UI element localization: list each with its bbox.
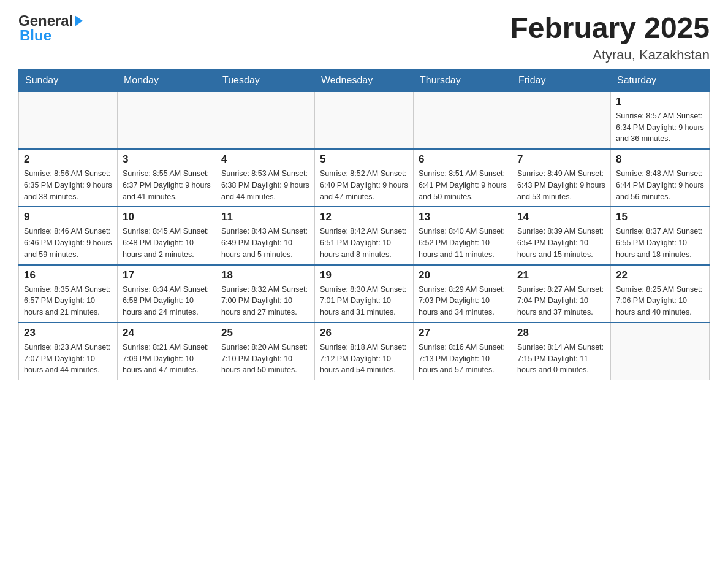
weekday-header-friday: Friday — [512, 69, 611, 91]
calendar-day: 10Sunrise: 8:45 AM Sunset: 6:48 PM Dayli… — [118, 207, 216, 264]
calendar-day: 9Sunrise: 8:46 AM Sunset: 6:46 PM Daylig… — [19, 207, 118, 264]
day-number: 2 — [24, 153, 112, 166]
day-info: Sunrise: 8:56 AM Sunset: 6:35 PM Dayligh… — [24, 168, 112, 202]
weekday-header-sunday: Sunday — [19, 69, 118, 91]
calendar-day: 20Sunrise: 8:29 AM Sunset: 7:03 PM Dayli… — [414, 265, 512, 323]
weekday-header-thursday: Thursday — [414, 69, 512, 91]
day-number: 15 — [616, 211, 704, 223]
day-number: 18 — [221, 269, 309, 282]
day-number: 12 — [320, 211, 408, 223]
day-number: 26 — [320, 327, 408, 339]
day-info: Sunrise: 8:40 AM Sunset: 6:52 PM Dayligh… — [419, 226, 507, 260]
calendar-day: 21Sunrise: 8:27 AM Sunset: 7:04 PM Dayli… — [512, 265, 611, 323]
calendar-day: 25Sunrise: 8:20 AM Sunset: 7:10 PM Dayli… — [216, 323, 315, 380]
day-number: 25 — [221, 327, 309, 339]
weekday-header-tuesday: Tuesday — [216, 69, 315, 91]
location-text: Atyrau, Kazakhstan — [510, 47, 710, 63]
day-number: 20 — [419, 269, 507, 282]
day-info: Sunrise: 8:57 AM Sunset: 6:34 PM Dayligh… — [616, 110, 704, 145]
calendar-day: 4Sunrise: 8:53 AM Sunset: 6:38 PM Daylig… — [216, 149, 315, 207]
day-number: 6 — [419, 153, 507, 166]
day-info: Sunrise: 8:43 AM Sunset: 6:49 PM Dayligh… — [221, 226, 309, 260]
day-info: Sunrise: 8:18 AM Sunset: 7:12 PM Dayligh… — [320, 342, 408, 376]
calendar-day: 24Sunrise: 8:21 AM Sunset: 7:09 PM Dayli… — [118, 323, 216, 380]
calendar-day: 17Sunrise: 8:34 AM Sunset: 6:58 PM Dayli… — [118, 265, 216, 323]
day-info: Sunrise: 8:35 AM Sunset: 6:57 PM Dayligh… — [24, 284, 112, 318]
logo: General Blue — [18, 12, 83, 44]
calendar-day — [512, 91, 611, 149]
calendar-day: 23Sunrise: 8:23 AM Sunset: 7:07 PM Dayli… — [19, 323, 118, 380]
logo-arrow-icon — [75, 15, 83, 26]
day-info: Sunrise: 8:30 AM Sunset: 7:01 PM Dayligh… — [320, 284, 408, 318]
calendar-day — [216, 91, 315, 149]
calendar-day: 6Sunrise: 8:51 AM Sunset: 6:41 PM Daylig… — [414, 149, 512, 207]
day-info: Sunrise: 8:53 AM Sunset: 6:38 PM Dayligh… — [221, 168, 309, 202]
calendar-day — [315, 91, 414, 149]
calendar-day: 18Sunrise: 8:32 AM Sunset: 7:00 PM Dayli… — [216, 265, 315, 323]
month-title: February 2025 — [510, 12, 710, 45]
day-info: Sunrise: 8:52 AM Sunset: 6:40 PM Dayligh… — [320, 168, 408, 202]
day-info: Sunrise: 8:37 AM Sunset: 6:55 PM Dayligh… — [616, 226, 704, 260]
calendar-day: 1Sunrise: 8:57 AM Sunset: 6:34 PM Daylig… — [611, 91, 710, 149]
day-number: 4 — [221, 153, 309, 166]
calendar-week-1: 1Sunrise: 8:57 AM Sunset: 6:34 PM Daylig… — [19, 91, 710, 149]
day-number: 28 — [517, 327, 605, 339]
day-info: Sunrise: 8:39 AM Sunset: 6:54 PM Dayligh… — [517, 226, 605, 260]
day-info: Sunrise: 8:49 AM Sunset: 6:43 PM Dayligh… — [517, 168, 605, 202]
day-info: Sunrise: 8:16 AM Sunset: 7:13 PM Dayligh… — [419, 342, 507, 376]
day-info: Sunrise: 8:46 AM Sunset: 6:46 PM Dayligh… — [24, 226, 112, 260]
day-info: Sunrise: 8:48 AM Sunset: 6:44 PM Dayligh… — [616, 168, 704, 202]
calendar-day: 16Sunrise: 8:35 AM Sunset: 6:57 PM Dayli… — [19, 265, 118, 323]
weekday-header-monday: Monday — [118, 69, 216, 91]
day-number: 14 — [517, 211, 605, 223]
calendar-day: 2Sunrise: 8:56 AM Sunset: 6:35 PM Daylig… — [19, 149, 118, 207]
calendar-day — [118, 91, 216, 149]
calendar-day: 8Sunrise: 8:48 AM Sunset: 6:44 PM Daylig… — [611, 149, 710, 207]
day-info: Sunrise: 8:55 AM Sunset: 6:37 PM Dayligh… — [123, 168, 211, 202]
calendar-day: 19Sunrise: 8:30 AM Sunset: 7:01 PM Dayli… — [315, 265, 414, 323]
calendar-day — [414, 91, 512, 149]
calendar-day: 5Sunrise: 8:52 AM Sunset: 6:40 PM Daylig… — [315, 149, 414, 207]
day-info: Sunrise: 8:29 AM Sunset: 7:03 PM Dayligh… — [419, 284, 507, 318]
weekday-header-saturday: Saturday — [611, 69, 710, 91]
day-number: 17 — [123, 269, 211, 282]
calendar-header-row: SundayMondayTuesdayWednesdayThursdayFrid… — [19, 69, 710, 91]
day-number: 16 — [24, 269, 112, 282]
day-number: 9 — [24, 211, 112, 223]
day-info: Sunrise: 8:23 AM Sunset: 7:07 PM Dayligh… — [24, 342, 112, 376]
day-info: Sunrise: 8:27 AM Sunset: 7:04 PM Dayligh… — [517, 284, 605, 318]
calendar-day: 15Sunrise: 8:37 AM Sunset: 6:55 PM Dayli… — [611, 207, 710, 264]
calendar-day: 28Sunrise: 8:14 AM Sunset: 7:15 PM Dayli… — [512, 323, 611, 380]
day-info: Sunrise: 8:51 AM Sunset: 6:41 PM Dayligh… — [419, 168, 507, 202]
title-block: February 2025 Atyrau, Kazakhstan — [510, 12, 710, 63]
calendar-day — [19, 91, 118, 149]
day-number: 21 — [517, 269, 605, 282]
weekday-header-wednesday: Wednesday — [315, 69, 414, 91]
day-info: Sunrise: 8:42 AM Sunset: 6:51 PM Dayligh… — [320, 226, 408, 260]
day-number: 19 — [320, 269, 408, 282]
calendar-day: 13Sunrise: 8:40 AM Sunset: 6:52 PM Dayli… — [414, 207, 512, 264]
day-number: 27 — [419, 327, 507, 339]
day-info: Sunrise: 8:45 AM Sunset: 6:48 PM Dayligh… — [123, 226, 211, 260]
page-header: General Blue February 2025 Atyrau, Kazak… — [18, 12, 710, 63]
day-number: 8 — [616, 153, 704, 166]
calendar-day — [611, 323, 710, 380]
day-number: 1 — [616, 96, 704, 108]
day-info: Sunrise: 8:25 AM Sunset: 7:06 PM Dayligh… — [616, 284, 704, 318]
calendar-day: 3Sunrise: 8:55 AM Sunset: 6:37 PM Daylig… — [118, 149, 216, 207]
day-number: 13 — [419, 211, 507, 223]
day-number: 5 — [320, 153, 408, 166]
calendar-day: 7Sunrise: 8:49 AM Sunset: 6:43 PM Daylig… — [512, 149, 611, 207]
calendar-table: SundayMondayTuesdayWednesdayThursdayFrid… — [18, 69, 710, 380]
calendar-day: 11Sunrise: 8:43 AM Sunset: 6:49 PM Dayli… — [216, 207, 315, 264]
day-number: 11 — [221, 211, 309, 223]
calendar-day: 14Sunrise: 8:39 AM Sunset: 6:54 PM Dayli… — [512, 207, 611, 264]
calendar-day: 12Sunrise: 8:42 AM Sunset: 6:51 PM Dayli… — [315, 207, 414, 264]
day-info: Sunrise: 8:14 AM Sunset: 7:15 PM Dayligh… — [517, 342, 605, 376]
day-number: 10 — [123, 211, 211, 223]
day-info: Sunrise: 8:21 AM Sunset: 7:09 PM Dayligh… — [123, 342, 211, 376]
day-number: 24 — [123, 327, 211, 339]
day-number: 23 — [24, 327, 112, 339]
day-info: Sunrise: 8:32 AM Sunset: 7:00 PM Dayligh… — [221, 284, 309, 318]
day-info: Sunrise: 8:20 AM Sunset: 7:10 PM Dayligh… — [221, 342, 309, 376]
